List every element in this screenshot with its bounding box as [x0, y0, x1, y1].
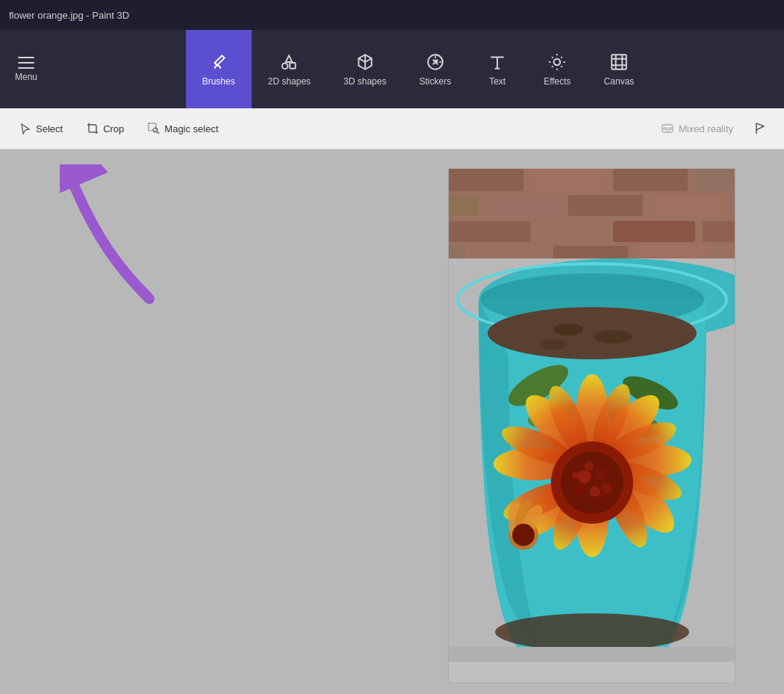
2dshapes-icon	[279, 52, 299, 72]
flag-icon	[754, 122, 768, 135]
svg-point-68	[585, 462, 594, 471]
svg-point-64	[594, 468, 606, 480]
toolbar-effects[interactable]: Effects	[527, 30, 587, 108]
crop-label: Crop	[103, 123, 124, 134]
toolbar-items: Brushes 2D shapes 3D shapes	[52, 30, 784, 108]
svg-rect-14	[695, 169, 735, 191]
select-label: Select	[36, 123, 63, 134]
toolbar-text[interactable]: Text	[467, 30, 527, 108]
svg-point-62	[561, 451, 623, 514]
toolbar-3dshapes[interactable]: 3D shapes	[327, 30, 402, 108]
svg-rect-5	[149, 123, 156, 131]
svg-rect-24	[553, 246, 628, 258]
mixed-reality-icon	[661, 122, 674, 135]
flag-button[interactable]	[745, 116, 777, 141]
magic-select-icon	[148, 123, 160, 134]
arrow-annotation	[60, 164, 179, 314]
3dshapes-icon	[355, 52, 375, 72]
svg-point-75	[512, 524, 535, 546]
svg-point-70	[572, 471, 579, 479]
svg-point-3	[554, 58, 561, 65]
crop-tool[interactable]: Crop	[75, 117, 136, 140]
svg-rect-15	[486, 195, 561, 216]
toolbar-brushes[interactable]: Brushes	[186, 30, 252, 108]
svg-rect-0	[290, 63, 296, 69]
title-bar: flower orange.jpg - Paint 3D	[0, 0, 784, 30]
brushes-icon	[209, 52, 228, 72]
brushes-label: Brushes	[202, 76, 235, 87]
svg-rect-20	[538, 221, 606, 242]
select-icon	[19, 123, 31, 134]
svg-point-7	[664, 128, 666, 130]
text-label: Text	[489, 76, 505, 87]
mixed-reality-label: Mixed reality	[679, 123, 733, 134]
magic-select-tool[interactable]: Magic select	[136, 117, 230, 140]
stickers-icon	[426, 52, 445, 72]
main-toolbar: Menu Brushes 2D shapes	[0, 30, 784, 108]
svg-point-69	[599, 493, 608, 502]
svg-rect-12	[531, 169, 606, 191]
svg-rect-23	[471, 246, 546, 258]
mixed-reality-tool[interactable]: Mixed reality	[649, 116, 745, 141]
svg-rect-17	[650, 195, 725, 216]
svg-point-6	[153, 128, 158, 132]
svg-rect-78	[449, 662, 735, 684]
svg-point-67	[602, 483, 612, 494]
canvas-icon	[609, 52, 629, 72]
3dshapes-label: 3D shapes	[343, 76, 386, 87]
text-icon	[488, 52, 507, 72]
svg-point-66	[573, 483, 585, 495]
title-text: flower orange.jpg - Paint 3D	[9, 10, 129, 21]
svg-rect-26	[449, 246, 465, 258]
svg-rect-16	[568, 195, 643, 216]
toolbar-canvas[interactable]: Canvas	[588, 30, 651, 108]
menu-button[interactable]: Menu	[0, 30, 52, 108]
toolbar-stickers[interactable]: Stickers	[402, 30, 467, 108]
svg-rect-21	[613, 221, 695, 242]
canvas-label: Canvas	[604, 76, 635, 87]
svg-point-30	[488, 307, 697, 359]
svg-point-63	[578, 470, 591, 483]
stickers-label: Stickers	[419, 76, 451, 87]
menu-label: Menu	[15, 72, 37, 82]
canvas-image	[448, 168, 735, 684]
canvas-area	[0, 149, 784, 694]
flower-image-svg	[449, 169, 735, 684]
crop-icon	[87, 123, 99, 134]
svg-rect-22	[703, 221, 735, 242]
svg-rect-13	[613, 169, 688, 191]
svg-point-65	[590, 486, 600, 497]
svg-rect-19	[449, 221, 531, 242]
svg-point-32	[594, 330, 632, 344]
svg-point-76	[495, 613, 689, 651]
svg-rect-4	[612, 55, 626, 69]
effects-icon	[547, 52, 567, 72]
effects-label: Effects	[544, 76, 570, 87]
magic-select-label: Magic select	[164, 123, 218, 134]
svg-rect-18	[449, 195, 479, 216]
2dshapes-label: 2D shapes	[268, 76, 311, 87]
toolbar-2dshapes[interactable]: 2D shapes	[252, 30, 327, 108]
svg-rect-25	[635, 246, 710, 258]
svg-rect-11	[449, 169, 523, 191]
menu-icon	[18, 57, 34, 69]
select-tool[interactable]: Select	[7, 117, 75, 140]
svg-point-1	[282, 63, 288, 69]
svg-point-33	[540, 339, 567, 350]
secondary-toolbar: Select Crop Magic select Mixed reality	[0, 108, 784, 149]
svg-point-8	[670, 128, 672, 130]
svg-point-31	[553, 323, 583, 335]
